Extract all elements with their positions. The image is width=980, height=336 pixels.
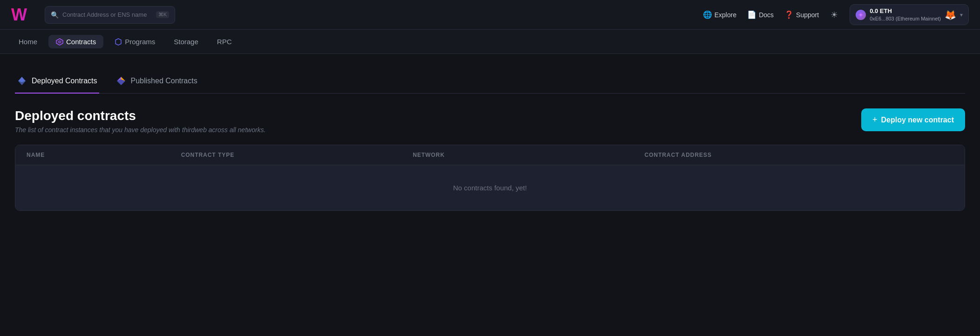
docs-link[interactable]: 📄 Docs [748,11,774,19]
contracts-table: NAME CONTRACT TYPE NETWORK CONTRACT ADDR… [15,145,965,211]
deployed-section-header: Deployed contracts The list of contract … [15,108,965,134]
theme-toggle[interactable]: ☀ [830,11,838,19]
search-input[interactable] [62,11,152,18]
globe-icon: 🌐 [703,11,712,19]
contract-tabs: Deployed Contracts Published Contracts [15,69,965,94]
wallet-button[interactable]: 0.0 ETH 0xE6...803 (Ethereum Mainnet) 🦊 … [850,4,969,25]
col-contract-type: CONTRACT TYPE [181,145,413,165]
wallet-eth-amount: 0.0 ETH [870,7,941,15]
subnav-item-contracts[interactable]: Contracts [48,35,103,48]
contracts-icon [56,38,63,46]
col-name: NAME [27,145,181,165]
wallet-info: 0.0 ETH 0xE6...803 (Ethereum Mainnet) [870,7,941,22]
subnav: Home Contracts Programs Storage RPC [0,30,980,54]
col-contract-address: CONTRACT ADDRESS [645,145,953,165]
table-empty-state: No contracts found, yet! [15,165,965,210]
support-link[interactable]: ❓ Support [785,11,819,19]
docs-label: Docs [759,11,774,19]
col-network: NETWORK [413,145,645,165]
subnav-home-label: Home [19,38,37,46]
eth-icon [17,76,27,86]
topbar: W 🔍 ⌘K 🌐 Explore 📄 Docs ❓ Support ☀ [0,0,980,30]
table-header: NAME CONTRACT TYPE NETWORK CONTRACT ADDR… [15,145,965,165]
section-title-block: Deployed contracts The list of contract … [15,108,266,134]
section-subtitle: The list of contract instances that you … [15,126,266,134]
tab-deployed-label: Deployed Contracts [32,77,97,85]
explore-link[interactable]: 🌐 Explore [703,11,736,19]
subnav-contracts-label: Contracts [66,38,96,46]
subnav-programs-label: Programs [125,38,155,46]
subnav-rpc-label: RPC [217,38,232,46]
deploy-new-contract-button[interactable]: + Deploy new contract [861,108,965,131]
doc-icon: 📄 [748,11,756,19]
subnav-item-storage[interactable]: Storage [166,35,206,48]
tab-published-label: Published Contracts [131,77,197,85]
subnav-item-programs[interactable]: Programs [107,35,163,48]
empty-message: No contracts found, yet! [453,184,527,192]
wallet-address: 0xE6...803 (Ethereum Mainnet) [870,15,941,22]
search-icon: 🔍 [51,11,59,19]
publish-icon [116,76,126,86]
tab-deployed[interactable]: Deployed Contracts [15,69,99,94]
support-label: Support [796,11,819,19]
wallet-chevron-icon: ▾ [960,12,963,18]
wallet-icon [856,10,866,20]
subnav-storage-label: Storage [174,38,198,46]
svg-text:W: W [11,7,27,23]
tab-published[interactable]: Published Contracts [114,69,199,94]
metamask-icon: 🦊 [945,9,956,20]
topbar-actions: 🌐 Explore 📄 Docs ❓ Support ☀ 0.0 ETH 0xE… [703,4,969,25]
subnav-item-rpc[interactable]: RPC [210,35,239,48]
subnav-item-home[interactable]: Home [11,35,45,48]
logo[interactable]: W [11,7,32,23]
deploy-plus-icon: + [872,115,878,125]
svg-marker-2 [58,40,61,44]
search-bar[interactable]: 🔍 ⌘K [45,6,175,24]
support-icon: ❓ [785,11,793,19]
section-title: Deployed contracts [15,108,266,123]
programs-icon [115,38,122,46]
deploy-button-label: Deploy new contract [881,116,954,124]
main-content: Deployed Contracts Published Contracts D… [0,54,980,211]
search-shortcut: ⌘K [156,11,169,18]
explore-label: Explore [715,11,736,19]
